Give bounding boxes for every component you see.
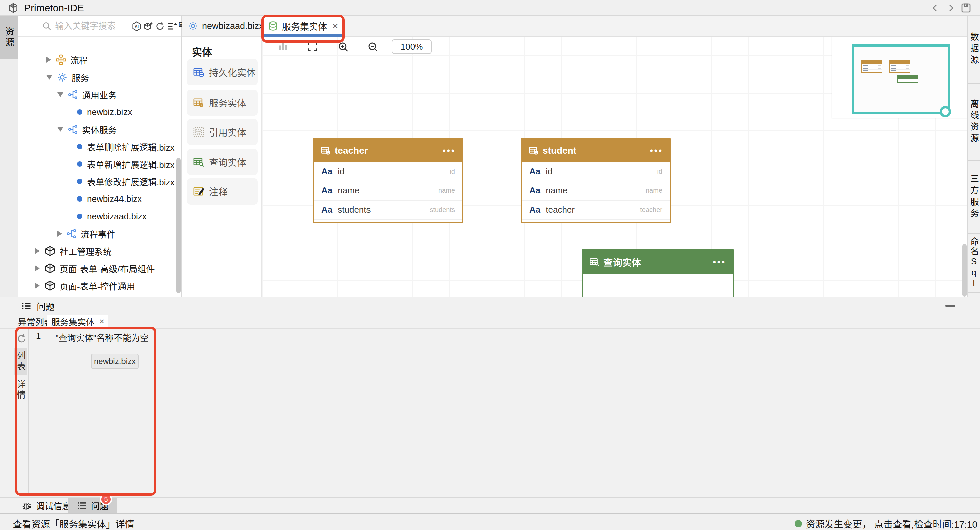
tree-item-flow-events[interactable]: 流程事件 xyxy=(18,225,178,242)
ai-icon[interactable]: AI xyxy=(131,21,142,32)
more-options-icon[interactable]: ••• xyxy=(713,257,726,267)
entity-teacher[interactable]: teacher ••• Aaidid Aanamename Aastudents… xyxy=(313,138,463,223)
file-dot-icon xyxy=(77,109,83,115)
entity-header[interactable]: student ••• xyxy=(522,139,670,163)
entity-field[interactable]: Aanamename xyxy=(314,182,462,201)
tree-item-file[interactable]: newbiz.bizx xyxy=(18,103,178,121)
tree-item-service[interactable]: 服务 xyxy=(18,69,178,86)
file-dot-icon xyxy=(77,179,83,184)
save-icon[interactable] xyxy=(961,3,971,13)
rail-tab-datasource[interactable]: 数据源 xyxy=(968,16,980,83)
diagram-canvas[interactable]: 100% teacher ••• Aaidid Aanamename Aastu… xyxy=(262,37,967,297)
canvas-scrollbar[interactable] xyxy=(962,244,967,297)
entity-body xyxy=(583,274,733,297)
tree-item-package[interactable]: 页面-表单-高级/布局组件 xyxy=(18,260,178,277)
minimap-entity xyxy=(861,60,882,72)
package-icon xyxy=(45,280,56,291)
app-title: Primeton-IDE xyxy=(24,2,84,14)
rail-tab-thirdparty-services[interactable]: 三方服务 xyxy=(968,161,980,234)
active-tab-underline xyxy=(262,34,344,37)
service-entity-icon xyxy=(193,97,204,108)
table-search-icon xyxy=(589,257,600,267)
tab-problems-service-set[interactable]: 服务集实体 × xyxy=(48,315,108,328)
minimap[interactable] xyxy=(832,37,967,118)
nav-back-icon[interactable] xyxy=(931,3,940,13)
entity-query[interactable]: 查询实体 ••• xyxy=(582,249,733,297)
palette-item-query-entity[interactable]: 查询实体 xyxy=(187,149,258,175)
more-options-icon[interactable]: ••• xyxy=(650,146,663,156)
resource-tree: 流程 服务 通用业务 newbiz.bizx 实体服务 表单删除扩展逻辑.biz… xyxy=(18,37,181,297)
entity-header[interactable]: teacher ••• xyxy=(314,139,462,163)
refresh-icon[interactable] xyxy=(16,333,27,344)
tree-item-file[interactable]: 表单修改扩展逻辑.bizx xyxy=(18,173,178,190)
problems-count-badge: 5 xyxy=(100,493,112,505)
status-right[interactable]: 资源发生变更， 点击查看,检查时间:17:10 xyxy=(795,517,977,530)
tree-item-entity-service[interactable]: 实体服务 xyxy=(18,121,178,138)
problem-row[interactable]: 1 "查询实体"名称不能为空 xyxy=(36,331,148,343)
zoom-in-icon[interactable] xyxy=(338,42,349,53)
tree-item-file[interactable]: 表单新增扩展逻辑.bizx xyxy=(18,155,178,173)
field-type-badge: Aa xyxy=(321,204,332,215)
side-tab-list[interactable]: 列表 xyxy=(14,348,27,375)
entity-palette: 实体 持久化实体 服务实体 引用实体 查询实体 注释 xyxy=(182,37,262,297)
entity-body: Aaidid Aanamename Aateacherteacher xyxy=(522,163,670,222)
right-activity-rail: 数据源 离线资源 三方服务 命名Sql xyxy=(967,16,980,297)
field-type-badge: Aa xyxy=(530,166,540,177)
zoom-out-icon[interactable] xyxy=(367,42,379,53)
entity-field[interactable]: Aaidid xyxy=(314,163,462,182)
rail-tab-offline-resources[interactable]: 离线资源 xyxy=(968,83,980,161)
tree-item-general-biz[interactable]: 通用业务 xyxy=(18,86,178,103)
field-type-badge: Aa xyxy=(321,166,332,177)
tree-item-package[interactable]: 页面-表单-控件通用 xyxy=(18,277,178,294)
close-icon[interactable]: × xyxy=(99,316,105,327)
entity-header[interactable]: 查询实体 ••• xyxy=(583,250,733,274)
tree-item-file[interactable]: 表单删除扩展逻辑.bizx xyxy=(18,138,178,155)
problem-message: "查询实体"名称不能为空 xyxy=(56,331,148,343)
package-icon xyxy=(45,263,56,274)
tree-item-package[interactable]: 页面-表单-录入控件 xyxy=(18,294,178,297)
left-activity-rail: 资源 xyxy=(0,16,18,297)
tree-scrollbar[interactable] xyxy=(176,158,181,294)
minimize-icon[interactable] xyxy=(945,305,955,307)
filter-list-icon[interactable] xyxy=(167,21,177,32)
status-left-text[interactable]: 查看资源「服务集实体」详情 xyxy=(13,517,134,530)
minimap-viewport[interactable] xyxy=(852,45,950,114)
entity-student[interactable]: student ••• Aaidid Aanamename Aateachert… xyxy=(521,138,671,223)
search-input[interactable] xyxy=(55,19,129,33)
tree-item-package[interactable]: 社工管理系统 xyxy=(18,242,178,260)
refresh-icon[interactable] xyxy=(154,21,165,32)
app-logo-icon xyxy=(8,3,19,13)
zoom-level[interactable]: 100% xyxy=(391,40,431,54)
entity-field[interactable]: Aastudentsstudents xyxy=(314,201,462,220)
entity-name: student xyxy=(543,145,646,156)
palette-item-persistent-entity[interactable]: 持久化实体 xyxy=(187,59,258,85)
entity-field[interactable]: Aanamename xyxy=(522,182,670,201)
minimap-entity xyxy=(889,60,910,72)
resource-explorer: AI 文En 流程 服务 通用业务 newbiz.bizx 实体服务 表单删除扩… xyxy=(18,16,182,297)
fit-screen-icon[interactable] xyxy=(307,42,318,52)
side-tab-detail[interactable]: 详情 xyxy=(14,377,27,404)
palette-item-note[interactable]: 注释 xyxy=(187,179,258,204)
close-icon[interactable]: × xyxy=(332,21,339,32)
rail-tab-resources[interactable]: 资源 xyxy=(0,16,18,59)
tree-item-flow[interactable]: 流程 xyxy=(18,51,178,69)
palette-item-reference-entity[interactable]: 引用实体 xyxy=(187,119,258,145)
tree-item-file[interactable]: newbizaad.bizx xyxy=(18,208,178,225)
branch-icon xyxy=(68,89,78,100)
status-bar: 查看资源「服务集实体」详情 资源发生变更， 点击查看,检查时间:17:10 xyxy=(0,513,980,530)
table-icon xyxy=(529,146,539,156)
rail-tab-named-sql[interactable]: 命名Sql xyxy=(968,234,980,293)
tree-item-file[interactable]: newbiz44.bizx xyxy=(18,190,178,208)
entity-field[interactable]: Aateacherteacher xyxy=(522,201,670,220)
palette-title: 实体 xyxy=(192,44,212,59)
palette-item-service-entity[interactable]: 服务实体 xyxy=(187,89,258,116)
tab-service-set-entity[interactable]: 服务集实体 × xyxy=(262,16,344,36)
minimap-resize-handle[interactable] xyxy=(940,106,951,117)
tooltip: newbiz.bizx xyxy=(91,354,138,369)
columns-icon[interactable] xyxy=(278,42,288,51)
more-options-icon[interactable]: ••• xyxy=(442,146,456,156)
entity-field[interactable]: Aaidid xyxy=(522,163,670,182)
nav-forward-icon[interactable] xyxy=(946,3,955,13)
problems-panel: 问题 异常列表 服务集实体 × 列表 详情 1 "查询实体"名称不能为空 xyxy=(0,297,980,497)
new-module-icon[interactable] xyxy=(143,21,153,32)
